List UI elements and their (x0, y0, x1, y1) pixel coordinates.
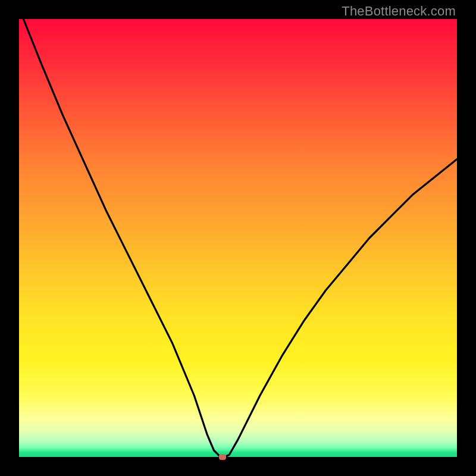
plot-area (19, 19, 457, 457)
bottleneck-curve (19, 19, 457, 457)
optimal-point-marker (219, 454, 226, 460)
watermark-text: TheBottleneck.com (342, 4, 456, 19)
chart-frame: TheBottleneck.com (0, 0, 476, 476)
